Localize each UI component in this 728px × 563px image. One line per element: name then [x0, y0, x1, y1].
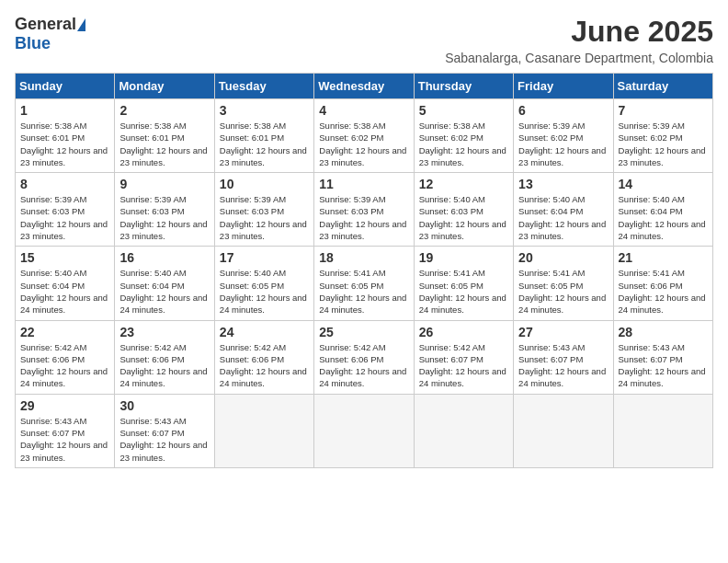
day-info: Sunrise: 5:38 AM Sunset: 6:02 PM Dayligh… [319, 120, 408, 168]
day-info: Sunrise: 5:41 AM Sunset: 6:05 PM Dayligh… [319, 267, 408, 316]
day-info: Sunrise: 5:40 AM Sunset: 6:05 PM Dayligh… [220, 267, 309, 316]
day-number: 22 [20, 325, 109, 339]
day-number: 25 [319, 325, 408, 339]
day-number: 17 [220, 250, 309, 265]
day-cell-15: 15 Sunrise: 5:40 AM Sunset: 6:04 PM Dayl… [16, 247, 115, 320]
day-info: Sunrise: 5:40 AM Sunset: 6:04 PM Dayligh… [518, 193, 608, 242]
day-number: 24 [220, 325, 309, 339]
day-info: Sunrise: 5:38 AM Sunset: 6:02 PM Dayligh… [419, 120, 508, 168]
day-cell-7: 7 Sunrise: 5:39 AM Sunset: 6:02 PM Dayli… [613, 99, 712, 173]
header-tuesday: Tuesday [214, 74, 313, 99]
day-cell-20: 20 Sunrise: 5:41 AM Sunset: 6:05 PM Dayl… [514, 247, 613, 320]
header-thursday: Thursday [414, 74, 513, 99]
day-info: Sunrise: 5:41 AM Sunset: 6:05 PM Dayligh… [518, 267, 608, 316]
day-cell-28: 28 Sunrise: 5:43 AM Sunset: 6:07 PM Dayl… [613, 320, 712, 394]
day-info: Sunrise: 5:41 AM Sunset: 6:05 PM Dayligh… [419, 267, 508, 316]
day-cell-25: 25 Sunrise: 5:42 AM Sunset: 6:06 PM Dayl… [314, 320, 414, 394]
day-number: 12 [419, 177, 508, 191]
day-cell-6: 6 Sunrise: 5:39 AM Sunset: 6:02 PM Dayli… [514, 99, 613, 173]
header-friday: Friday [514, 74, 613, 99]
day-info: Sunrise: 5:39 AM Sunset: 6:02 PM Dayligh… [619, 120, 708, 168]
header: General Blue June 2025 Sabanalarga, Casa… [15, 15, 713, 65]
empty-cell [214, 394, 313, 467]
calendar-week-row: 1 Sunrise: 5:38 AM Sunset: 6:01 PM Dayli… [16, 99, 713, 173]
day-cell-18: 18 Sunrise: 5:41 AM Sunset: 6:05 PM Dayl… [314, 247, 414, 320]
day-info: Sunrise: 5:41 AM Sunset: 6:06 PM Dayligh… [619, 267, 708, 316]
day-info: Sunrise: 5:39 AM Sunset: 6:02 PM Dayligh… [518, 120, 608, 168]
day-cell-24: 24 Sunrise: 5:42 AM Sunset: 6:06 PM Dayl… [214, 320, 313, 394]
weekday-header-row: Sunday Monday Tuesday Wednesday Thursday… [16, 74, 713, 99]
header-monday: Monday [115, 74, 214, 99]
empty-cell [514, 394, 613, 467]
day-info: Sunrise: 5:39 AM Sunset: 6:03 PM Dayligh… [119, 193, 209, 242]
day-info: Sunrise: 5:38 AM Sunset: 6:01 PM Dayligh… [220, 120, 309, 168]
day-number: 16 [119, 250, 209, 265]
day-cell-19: 19 Sunrise: 5:41 AM Sunset: 6:05 PM Dayl… [414, 247, 513, 320]
day-number: 2 [119, 103, 209, 118]
day-info: Sunrise: 5:38 AM Sunset: 6:01 PM Dayligh… [20, 120, 109, 168]
day-info: Sunrise: 5:40 AM Sunset: 6:04 PM Dayligh… [119, 267, 209, 316]
day-number: 14 [619, 177, 708, 191]
day-info: Sunrise: 5:38 AM Sunset: 6:01 PM Dayligh… [119, 120, 209, 168]
empty-cell [314, 394, 414, 467]
day-number: 3 [220, 103, 309, 118]
day-info: Sunrise: 5:43 AM Sunset: 6:07 PM Dayligh… [619, 341, 708, 390]
header-wednesday: Wednesday [314, 74, 414, 99]
header-saturday: Saturday [613, 74, 712, 99]
day-number: 6 [518, 103, 608, 118]
day-info: Sunrise: 5:42 AM Sunset: 6:06 PM Dayligh… [119, 341, 209, 390]
day-info: Sunrise: 5:42 AM Sunset: 6:07 PM Dayligh… [419, 341, 508, 390]
empty-cell [613, 394, 712, 467]
day-cell-26: 26 Sunrise: 5:42 AM Sunset: 6:07 PM Dayl… [414, 320, 513, 394]
day-cell-8: 8 Sunrise: 5:39 AM Sunset: 6:03 PM Dayli… [16, 173, 115, 247]
calendar-subtitle: Sabanalarga, Casanare Department, Colomb… [445, 51, 713, 65]
calendar-table: Sunday Monday Tuesday Wednesday Thursday… [15, 73, 713, 468]
day-number: 11 [319, 177, 408, 191]
day-number: 1 [20, 103, 109, 118]
calendar-title: June 2025 [445, 15, 713, 49]
calendar-week-row: 15 Sunrise: 5:40 AM Sunset: 6:04 PM Dayl… [16, 247, 713, 320]
day-info: Sunrise: 5:43 AM Sunset: 6:07 PM Dayligh… [20, 415, 109, 464]
day-info: Sunrise: 5:40 AM Sunset: 6:04 PM Dayligh… [20, 267, 109, 316]
day-info: Sunrise: 5:42 AM Sunset: 6:06 PM Dayligh… [220, 341, 309, 390]
day-cell-5: 5 Sunrise: 5:38 AM Sunset: 6:02 PM Dayli… [414, 99, 513, 173]
day-info: Sunrise: 5:40 AM Sunset: 6:03 PM Dayligh… [419, 193, 508, 242]
day-info: Sunrise: 5:39 AM Sunset: 6:03 PM Dayligh… [220, 193, 309, 242]
day-number: 27 [518, 325, 608, 339]
day-number: 20 [518, 250, 608, 265]
day-cell-22: 22 Sunrise: 5:42 AM Sunset: 6:06 PM Dayl… [16, 320, 115, 394]
day-info: Sunrise: 5:42 AM Sunset: 6:06 PM Dayligh… [20, 341, 109, 390]
day-cell-4: 4 Sunrise: 5:38 AM Sunset: 6:02 PM Dayli… [314, 99, 414, 173]
day-cell-16: 16 Sunrise: 5:40 AM Sunset: 6:04 PM Dayl… [115, 247, 214, 320]
day-cell-1: 1 Sunrise: 5:38 AM Sunset: 6:01 PM Dayli… [16, 99, 115, 173]
title-area: June 2025 Sabanalarga, Casanare Departme… [445, 15, 713, 65]
day-cell-23: 23 Sunrise: 5:42 AM Sunset: 6:06 PM Dayl… [115, 320, 214, 394]
day-number: 9 [119, 177, 209, 191]
day-info: Sunrise: 5:43 AM Sunset: 6:07 PM Dayligh… [119, 415, 209, 464]
day-info: Sunrise: 5:39 AM Sunset: 6:03 PM Dayligh… [20, 193, 109, 242]
day-cell-17: 17 Sunrise: 5:40 AM Sunset: 6:05 PM Dayl… [214, 247, 313, 320]
day-number: 26 [419, 325, 508, 339]
calendar-week-row: 8 Sunrise: 5:39 AM Sunset: 6:03 PM Dayli… [16, 173, 713, 247]
day-cell-10: 10 Sunrise: 5:39 AM Sunset: 6:03 PM Dayl… [214, 173, 313, 247]
day-number: 10 [220, 177, 309, 191]
day-number: 30 [119, 398, 209, 413]
day-number: 8 [20, 177, 109, 191]
day-number: 15 [20, 250, 109, 265]
day-cell-30: 30 Sunrise: 5:43 AM Sunset: 6:07 PM Dayl… [115, 394, 214, 467]
day-info: Sunrise: 5:39 AM Sunset: 6:03 PM Dayligh… [319, 193, 408, 242]
day-number: 4 [319, 103, 408, 118]
day-number: 5 [419, 103, 508, 118]
calendar-week-row: 22 Sunrise: 5:42 AM Sunset: 6:06 PM Dayl… [16, 320, 713, 394]
logo: General Blue [15, 15, 85, 53]
day-cell-9: 9 Sunrise: 5:39 AM Sunset: 6:03 PM Dayli… [115, 173, 214, 247]
day-cell-3: 3 Sunrise: 5:38 AM Sunset: 6:01 PM Dayli… [214, 99, 313, 173]
day-number: 13 [518, 177, 608, 191]
day-number: 18 [319, 250, 408, 265]
day-cell-27: 27 Sunrise: 5:43 AM Sunset: 6:07 PM Dayl… [514, 320, 613, 394]
day-info: Sunrise: 5:40 AM Sunset: 6:04 PM Dayligh… [619, 193, 708, 242]
day-cell-13: 13 Sunrise: 5:40 AM Sunset: 6:04 PM Dayl… [514, 173, 613, 247]
logo-triangle-icon [77, 18, 85, 31]
logo-general-text: General [15, 15, 76, 34]
day-cell-21: 21 Sunrise: 5:41 AM Sunset: 6:06 PM Dayl… [613, 247, 712, 320]
